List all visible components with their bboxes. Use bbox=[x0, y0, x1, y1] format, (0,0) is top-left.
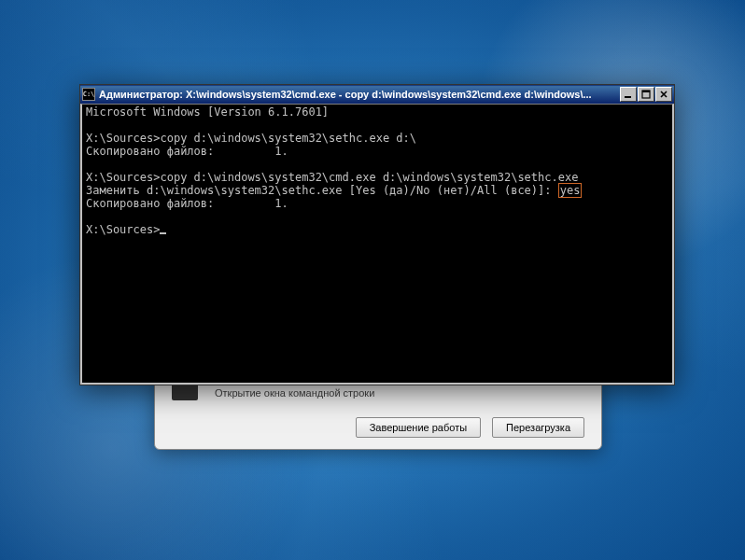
minimize-button[interactable] bbox=[620, 87, 637, 102]
svg-rect-0 bbox=[625, 96, 631, 98]
maximize-button[interactable] bbox=[638, 87, 654, 102]
user-response-highlight: yes bbox=[558, 183, 583, 198]
cmd-icon bbox=[82, 88, 95, 101]
output-line: Microsoft Windows [Version 6.1.7601] bbox=[86, 105, 329, 119]
cursor bbox=[160, 232, 166, 234]
prompt-line: X:\Sources> bbox=[86, 223, 160, 236]
output-line: Заменить d:\windows\system32\sethc.exe [… bbox=[86, 184, 558, 197]
output-line: Скопировано файлов: 1. bbox=[86, 197, 288, 210]
dialog-button-row: Завершение работы Перезагрузка bbox=[356, 417, 584, 438]
titlebar[interactable]: Администратор: X:\windows\system32\cmd.e… bbox=[80, 85, 674, 104]
output-line: X:\Sources>copy d:\windows\system32\seth… bbox=[86, 132, 416, 145]
window-controls bbox=[619, 87, 672, 102]
window-title: Администратор: X:\windows\system32\cmd.e… bbox=[99, 89, 619, 100]
shutdown-button[interactable]: Завершение работы bbox=[356, 417, 481, 438]
svg-rect-2 bbox=[642, 91, 650, 92]
dialog-caption: Открытие окна командной строки bbox=[215, 387, 588, 399]
close-button[interactable] bbox=[655, 87, 672, 102]
restart-button[interactable]: Перезагрузка bbox=[492, 417, 584, 438]
cmd-window: Администратор: X:\windows\system32\cmd.e… bbox=[79, 84, 675, 385]
output-line: X:\Sources>copy d:\windows\system32\cmd.… bbox=[86, 171, 578, 184]
output-line: Скопировано файлов: 1. bbox=[86, 145, 288, 158]
terminal-output[interactable]: Microsoft Windows [Version 6.1.7601] X:\… bbox=[80, 104, 674, 385]
